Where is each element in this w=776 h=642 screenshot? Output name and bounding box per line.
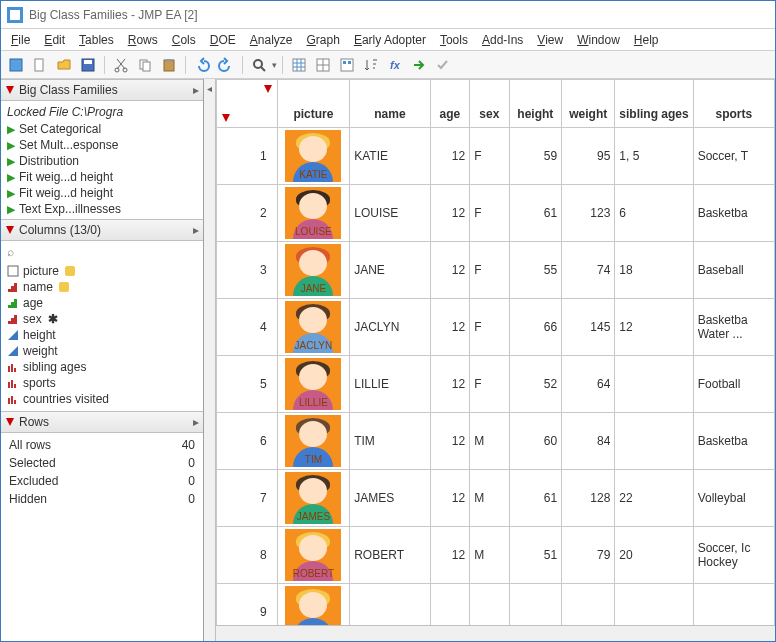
- cell-picture[interactable]: LILLIE: [277, 356, 350, 413]
- tb-sort[interactable]: [360, 54, 382, 76]
- cell-weight[interactable]: 145: [562, 299, 615, 356]
- column-item[interactable]: sibling ages: [7, 359, 197, 375]
- column-item[interactable]: age: [7, 295, 197, 311]
- cell-sports[interactable]: Baseball: [693, 242, 774, 299]
- row-stat[interactable]: All rows40: [7, 437, 197, 453]
- script-item[interactable]: ▶Set Categorical: [5, 121, 199, 137]
- cell-age[interactable]: 12: [430, 128, 470, 185]
- column-item[interactable]: weight: [7, 343, 197, 359]
- cell-picture[interactable]: TIM: [277, 413, 350, 470]
- row-number[interactable]: 2: [217, 185, 278, 242]
- cell-name[interactable]: TIM: [350, 413, 430, 470]
- tb-redo[interactable]: [215, 54, 237, 76]
- script-item[interactable]: ▶Text Exp...illnesses: [5, 201, 199, 217]
- cell-height[interactable]: 66: [509, 299, 562, 356]
- cell-age[interactable]: 12: [430, 356, 470, 413]
- cell-weight[interactable]: 95: [562, 128, 615, 185]
- cell-weight[interactable]: 74: [562, 242, 615, 299]
- cell-weight[interactable]: 84: [562, 413, 615, 470]
- column-header[interactable]: weight: [562, 80, 615, 128]
- cell-name[interactable]: LILLIE: [350, 356, 430, 413]
- cell-age[interactable]: 12: [430, 413, 470, 470]
- caret-icon[interactable]: ▸: [193, 415, 199, 429]
- disclosure-icon[interactable]: [5, 85, 15, 95]
- cell-sex[interactable]: F: [470, 185, 509, 242]
- menu-edit[interactable]: Edit: [38, 31, 71, 49]
- cell-sports[interactable]: Soccer, IcHockey: [693, 527, 774, 584]
- cell-picture[interactable]: JANE: [277, 242, 350, 299]
- cell-age[interactable]: 12: [430, 185, 470, 242]
- column-item[interactable]: name: [7, 279, 197, 295]
- column-item[interactable]: height: [7, 327, 197, 343]
- tb-check[interactable]: [432, 54, 454, 76]
- cell-name[interactable]: JANE: [350, 242, 430, 299]
- column-item[interactable]: sex✱: [7, 311, 197, 327]
- menu-graph[interactable]: Graph: [301, 31, 346, 49]
- cell-sex[interactable]: M: [470, 470, 509, 527]
- tb-save[interactable]: [77, 54, 99, 76]
- cell-sibling-ages[interactable]: 1, 5: [615, 128, 693, 185]
- table-row[interactable]: 2LOUISELOUISE12F611236Basketba: [217, 185, 775, 242]
- cell-age[interactable]: 12: [430, 470, 470, 527]
- menu-cols[interactable]: Cols: [166, 31, 202, 49]
- data-grid[interactable]: picturenameagesexheightweightsibling age…: [216, 79, 775, 641]
- cell-sports[interactable]: Football: [693, 356, 774, 413]
- column-header[interactable]: sibling ages: [615, 80, 693, 128]
- script-item[interactable]: ▶Fit weig...d height: [5, 185, 199, 201]
- cell-name[interactable]: JACLYN: [350, 299, 430, 356]
- cell-picture[interactable]: LOUISE: [277, 185, 350, 242]
- cell-age[interactable]: 12: [430, 299, 470, 356]
- row-number[interactable]: 1: [217, 128, 278, 185]
- tb-open[interactable]: [53, 54, 75, 76]
- column-header[interactable]: sex: [470, 80, 509, 128]
- cell-sex[interactable]: F: [470, 299, 509, 356]
- tb-grid1[interactable]: [288, 54, 310, 76]
- tb-undo[interactable]: [191, 54, 213, 76]
- menu-view[interactable]: View: [531, 31, 569, 49]
- cell-height[interactable]: 61: [509, 185, 562, 242]
- dropdown-icon[interactable]: ▾: [272, 60, 277, 70]
- cell-sex[interactable]: F: [470, 128, 509, 185]
- table-row[interactable]: 6TIMTIM12M6084Basketba: [217, 413, 775, 470]
- menu-window[interactable]: Window: [571, 31, 626, 49]
- menu-analyze[interactable]: Analyze: [244, 31, 299, 49]
- horizontal-scrollbar[interactable]: [216, 625, 775, 641]
- column-item[interactable]: countries visited: [7, 391, 197, 407]
- cell-sports[interactable]: Basketba: [693, 185, 774, 242]
- column-header[interactable]: picture: [277, 80, 350, 128]
- row-number[interactable]: 5: [217, 356, 278, 413]
- row-number[interactable]: 3: [217, 242, 278, 299]
- cell-sports[interactable]: Basketba: [693, 413, 774, 470]
- menu-help[interactable]: Help: [628, 31, 665, 49]
- cell-height[interactable]: 55: [509, 242, 562, 299]
- cell-sibling-ages[interactable]: 12: [615, 299, 693, 356]
- disclosure-icon[interactable]: [221, 113, 231, 123]
- tb-grid3[interactable]: [336, 54, 358, 76]
- cell-sports[interactable]: BasketbaWater ...: [693, 299, 774, 356]
- table-row[interactable]: 1KATIEKATIE12F59951, 5Soccer, T: [217, 128, 775, 185]
- column-item[interactable]: sports: [7, 375, 197, 391]
- disclosure-icon[interactable]: [5, 225, 15, 235]
- cell-picture[interactable]: ROBERT: [277, 527, 350, 584]
- disclosure-icon[interactable]: [5, 417, 15, 427]
- row-stat[interactable]: Selected0: [7, 455, 197, 471]
- script-item[interactable]: ▶Distribution: [5, 153, 199, 169]
- column-header[interactable]: sports: [693, 80, 774, 128]
- menu-earlyadopter[interactable]: Early Adopter: [348, 31, 432, 49]
- tb-home[interactable]: [5, 54, 27, 76]
- tb-arrow[interactable]: [408, 54, 430, 76]
- cell-height[interactable]: 51: [509, 527, 562, 584]
- cell-sibling-ages[interactable]: 6: [615, 185, 693, 242]
- menu-file[interactable]: File: [5, 31, 36, 49]
- menu-rows[interactable]: Rows: [122, 31, 164, 49]
- cell-name[interactable]: KATIE: [350, 128, 430, 185]
- cell-name[interactable]: JAMES: [350, 470, 430, 527]
- column-header[interactable]: height: [509, 80, 562, 128]
- left-margin[interactable]: ◂: [204, 79, 216, 641]
- panel-header-columns[interactable]: Columns (13/0) ▸: [1, 219, 203, 241]
- tb-fx[interactable]: fx: [384, 54, 406, 76]
- cell-sex[interactable]: F: [470, 356, 509, 413]
- tb-cut[interactable]: [110, 54, 132, 76]
- column-header[interactable]: age: [430, 80, 470, 128]
- cell-age[interactable]: 12: [430, 527, 470, 584]
